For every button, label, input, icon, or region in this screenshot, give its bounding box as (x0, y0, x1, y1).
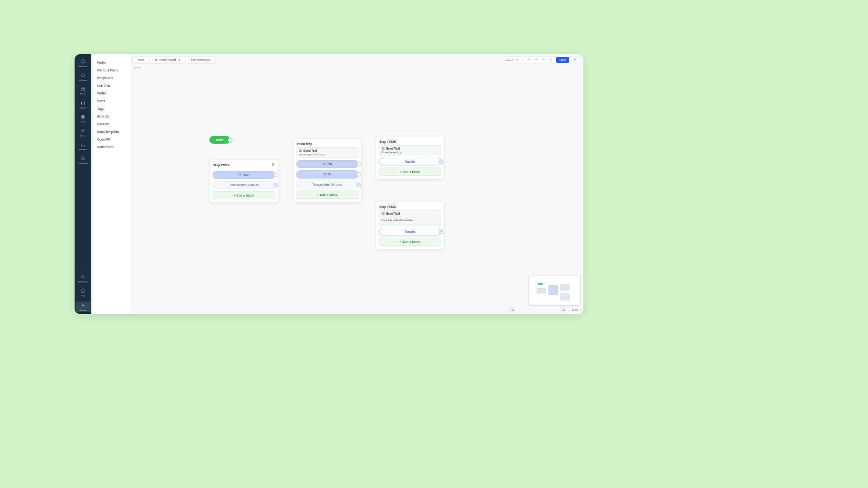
users-icon (80, 128, 86, 134)
settings-button[interactable] (542, 58, 545, 61)
canvas-bottom-bar: − 134% + (561, 307, 581, 313)
rail-item-pipeline[interactable]: Pipeline (75, 100, 91, 109)
transfer-block[interactable]: Transfer + (379, 228, 441, 235)
bar-chart-icon (80, 142, 86, 147)
rail-item-analytics[interactable]: Analytics (75, 141, 91, 151)
bell-icon (80, 274, 86, 280)
bot-canvas[interactable]: Main | Basic project | The main script p… (132, 54, 583, 314)
transfer-label: Transfer (405, 160, 415, 163)
sidebar-item-open-api[interactable]: Open API (91, 136, 131, 143)
undo-button[interactable] (527, 58, 531, 61)
rail-item-new-chats[interactable]: New chats (75, 58, 91, 68)
sidebar-item-waba[interactable]: WABA (91, 89, 131, 97)
send-text-content: @{settings.Greeting } (299, 153, 356, 156)
breadcrumb-project[interactable]: Basic project (153, 58, 182, 61)
search-field[interactable] (505, 58, 514, 61)
minimap[interactable] (528, 276, 581, 306)
text-icon (299, 149, 302, 152)
rail-item-my-chats[interactable]: My chats (75, 72, 91, 82)
rail-item-settings[interactable]: Settings (75, 301, 90, 312)
transfer-block[interactable]: Transfer + (379, 158, 441, 165)
svg-point-12 (543, 59, 544, 60)
zoom-out-button[interactable]: − (569, 309, 570, 311)
send-text-block[interactable]: Send Text It's a pity, you will succeed (379, 210, 441, 225)
sidebar-item-users[interactable]: Users (91, 97, 131, 105)
gear-icon (80, 303, 86, 308)
add-port[interactable]: + (274, 183, 278, 187)
breadcrumb-script[interactable]: The main script (189, 58, 212, 61)
save-button[interactable]: Save (556, 57, 569, 63)
rail-item-visitors[interactable]: Visitors (75, 128, 91, 137)
rail-label: Help (81, 295, 85, 297)
start-node[interactable]: Start (209, 136, 230, 144)
share-button[interactable] (549, 58, 552, 61)
node-title: Step #5621 (379, 205, 396, 208)
timeout-block[interactable]: Timeout after 24 hours + (296, 181, 359, 188)
add-block-button[interactable]: + Add a block (212, 191, 275, 199)
button-icon (323, 162, 326, 165)
help-button[interactable]: ? (573, 57, 577, 62)
sidebar-item-integrations[interactable]: Integrations (91, 74, 131, 82)
svg-rect-22 (562, 309, 565, 310)
timeout-block[interactable]: Timeout after 24 hours + (212, 181, 275, 189)
sidebar-item-products[interactable]: Products (91, 120, 131, 128)
sidebar-item-email-templates[interactable]: Email Templates (91, 128, 131, 136)
rail-item-partnership[interactable]: Partnership (75, 155, 91, 165)
sidebar-item-notifications[interactable]: Notifications (91, 143, 131, 151)
add-port[interactable]: + (439, 160, 443, 164)
yes-button-block[interactable]: Yes (296, 160, 359, 168)
rail-item-notifications[interactable]: Notifications (75, 274, 91, 283)
output-port[interactable] (357, 162, 361, 166)
rail-item-archive[interactable]: Archive (75, 86, 91, 95)
node-step-5621[interactable]: Step #5621 Send Text It's a pity, you wi… (376, 201, 444, 249)
rail-label: Pipeline (80, 107, 86, 109)
start-output-port[interactable] (228, 138, 232, 142)
canvas-toolbar: Save ? (503, 56, 581, 63)
fit-button[interactable] (561, 307, 566, 313)
text-icon (382, 212, 385, 215)
send-text-content: Great, keep it up (382, 151, 439, 154)
chat-icon (80, 73, 86, 78)
add-block-button[interactable]: + Add a block (379, 238, 441, 246)
output-port[interactable] (274, 173, 278, 177)
node-initial-step[interactable]: Initial step Send Text @{settings.Greeti… (293, 138, 362, 202)
node-step-5620[interactable]: Step #5620 Send Text Great, keep it up T… (376, 136, 444, 179)
send-text-block[interactable]: Send Text Great, keep it up (379, 145, 441, 155)
rail-item-tasks[interactable]: Tasks (75, 114, 91, 123)
search-input[interactable] (503, 56, 521, 63)
add-block-button[interactable]: + Add a block (379, 168, 441, 176)
output-port[interactable] (357, 173, 361, 177)
grid-toggle-button[interactable] (509, 307, 515, 313)
bookmark-icon[interactable] (271, 163, 275, 167)
breadcrumb-root[interactable]: Main (136, 58, 146, 61)
sidebar-item-profile[interactable]: Profile (91, 59, 131, 66)
sidebar-item-blocklist[interactable]: Block-list (91, 113, 131, 120)
chat-plus-icon (80, 59, 86, 64)
redo-button[interactable] (534, 58, 538, 61)
send-text-block[interactable]: Send Text @{settings.Greeting } (296, 147, 359, 158)
svg-rect-16 (239, 174, 241, 175)
sidebar-item-live-chat[interactable]: Live Chat (91, 82, 131, 89)
svg-point-11 (516, 59, 518, 61)
svg-point-14 (552, 58, 552, 59)
node-step-5624[interactable]: Step #5624 /start Timeout after 24 hours… (209, 159, 278, 203)
add-port[interactable]: + (357, 183, 361, 187)
zoom-in-button[interactable]: + (580, 309, 581, 311)
no-label: No (328, 173, 331, 176)
add-block-button[interactable]: + Add a block (296, 191, 359, 199)
timeout-text: Timeout after 24 hours (229, 183, 259, 187)
breadcrumb-sep: | (149, 58, 150, 61)
no-button-block[interactable]: No (296, 170, 359, 178)
button-icon (323, 173, 326, 176)
sidebar-item-tags[interactable]: Tags (91, 105, 131, 113)
rail-label: My chats (79, 80, 87, 81)
sidebar-item-pricing[interactable]: Pricing & Plans (91, 66, 131, 74)
rail-item-help[interactable]: ? Help (75, 288, 91, 297)
svg-rect-18 (323, 163, 326, 164)
start-command-trigger[interactable]: /start (212, 171, 275, 179)
svg-point-5 (82, 129, 83, 131)
canvas-placer-label: placer (134, 66, 141, 69)
svg-point-1 (81, 74, 85, 77)
rail-label: Notifications (78, 281, 88, 283)
add-port[interactable]: + (439, 230, 443, 234)
